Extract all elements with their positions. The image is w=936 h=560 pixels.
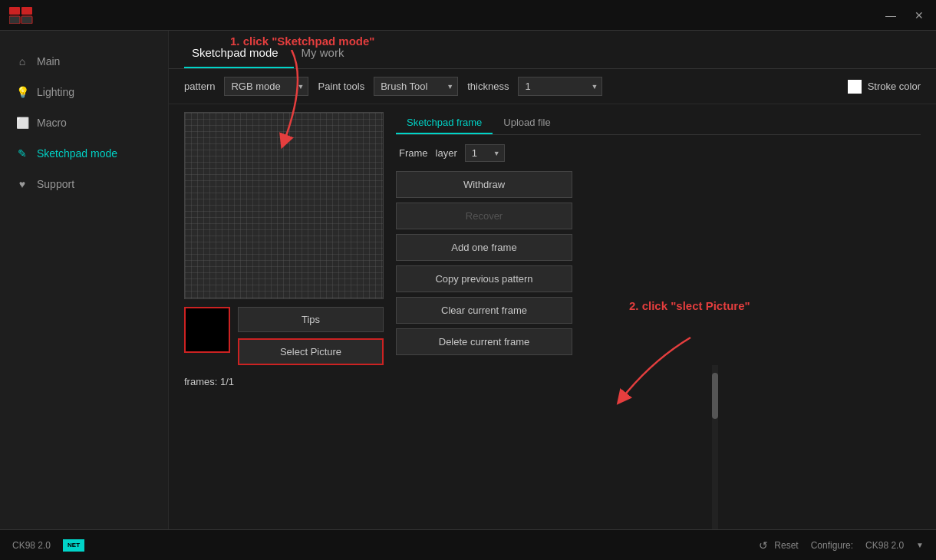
pattern-select-wrapper: RGB mode — [224, 77, 308, 96]
tab-mywork[interactable]: My work — [294, 38, 360, 68]
workspace: Tips Select Picture frames: 1/1 Sketchpa… — [169, 104, 936, 529]
thickness-select[interactable]: 1 — [518, 77, 602, 96]
scrollbar-thumb — [712, 373, 718, 419]
add-one-frame-button[interactable]: Add one frame — [396, 234, 572, 261]
thickness-select-wrapper: 1 — [518, 77, 602, 96]
sidebar-label-main: Main — [37, 55, 60, 68]
support-icon: ♥ — [15, 178, 29, 190]
sidebar-item-lighting[interactable]: 💡 Lighting — [0, 77, 168, 107]
painttools-select[interactable]: Brush Tool — [374, 77, 458, 96]
withdraw-button[interactable]: Withdraw — [396, 171, 572, 198]
right-tab-upload-file[interactable]: Upload file — [493, 112, 561, 134]
bottombar-icon: NET — [63, 539, 84, 552]
content-area: Sketchpad mode My work pattern RGB mode … — [169, 31, 936, 529]
bottombar-dropdown-icon[interactable]: ▼ — [916, 541, 924, 549]
painttools-label: Paint tools — [318, 81, 364, 92]
scrollbar[interactable] — [712, 365, 718, 529]
select-picture-button[interactable]: Select Picture — [238, 338, 384, 365]
main-tabs: Sketchpad mode My work — [169, 38, 936, 69]
sketchpad-icon: ✎ — [15, 147, 29, 160]
sidebar-item-sketchpad[interactable]: ✎ Sketchpad mode — [0, 138, 168, 169]
canvas-bottom-row: Tips Select Picture — [184, 307, 384, 365]
right-tab-sketchpad-frame[interactable]: Sketchpad frame — [396, 112, 493, 134]
macro-icon: ⬜ — [15, 117, 29, 129]
main-layout: ⌂ Main 💡 Lighting ⬜ Macro ✎ Sketchpad mo… — [0, 31, 936, 529]
copy-previous-button[interactable]: Copy previous pattern — [396, 265, 572, 292]
right-panel: Sketchpad frame Upload file Frame layer … — [396, 112, 921, 522]
layer-select-wrapper: 1 — [465, 144, 505, 162]
layer-select[interactable]: 1 — [465, 144, 505, 162]
toolbar: pattern RGB mode Paint tools Brush Tool … — [169, 69, 936, 104]
lighting-icon: 💡 — [15, 86, 29, 98]
sidebar-label-lighting: Lighting — [37, 86, 74, 98]
tips-button[interactable]: Tips — [238, 307, 384, 332]
titlebar-controls: — ✕ — [882, 8, 927, 23]
layer-label: layer — [436, 147, 457, 159]
thickness-label: thickness — [467, 81, 509, 92]
clear-current-button[interactable]: Clear current frame — [396, 297, 572, 324]
recover-button[interactable]: Recover — [396, 203, 572, 229]
canvas-panel: Tips Select Picture frames: 1/1 — [184, 112, 384, 522]
action-buttons: Withdraw Recover Add one frame Copy prev… — [396, 171, 921, 355]
bottombar: CK98 2.0 NET ↺ Reset Configure: CK98 2.0… — [0, 529, 936, 560]
frames-info: frames: 1/1 — [184, 373, 384, 387]
stroke-color-container: Stroke color — [848, 80, 921, 94]
painttools-select-wrapper: Brush Tool — [374, 77, 458, 96]
delete-current-button[interactable]: Delete current frame — [396, 328, 572, 355]
sidebar: ⌂ Main 💡 Lighting ⬜ Macro ✎ Sketchpad mo… — [0, 31, 169, 529]
sidebar-item-main[interactable]: ⌂ Main — [0, 46, 168, 77]
configure-label: Configure: — [811, 540, 853, 551]
stroke-checkbox[interactable] — [848, 80, 862, 94]
canvas-area[interactable] — [184, 112, 384, 299]
pattern-select[interactable]: RGB mode — [224, 77, 308, 96]
sidebar-label-macro: Macro — [37, 117, 67, 129]
frame-label: Frame — [399, 147, 428, 159]
bottombar-center: ↺ Reset — [759, 539, 798, 552]
bottombar-version: CK98 2.0 — [12, 540, 51, 551]
minimize-button[interactable]: — — [882, 8, 899, 23]
config-value: CK98 2.0 — [865, 540, 904, 551]
reset-label[interactable]: Reset — [774, 540, 798, 551]
tab-sketchpad[interactable]: Sketchpad mode — [184, 38, 294, 68]
close-button[interactable]: ✕ — [911, 8, 927, 23]
sidebar-item-support[interactable]: ♥ Support — [0, 169, 168, 199]
home-icon: ⌂ — [15, 55, 29, 68]
reset-icon[interactable]: ↺ — [759, 539, 768, 552]
svg-rect-1 — [21, 7, 32, 15]
app-logo — [9, 7, 34, 24]
sidebar-label-support: Support — [37, 178, 74, 190]
sidebar-label-sketchpad: Sketchpad mode — [37, 147, 117, 160]
sidebar-item-macro[interactable]: ⬜ Macro — [0, 107, 168, 138]
titlebar: — ✕ — [0, 0, 936, 31]
svg-rect-0 — [9, 7, 20, 15]
svg-rect-3 — [21, 16, 32, 24]
stroke-label: Stroke color — [868, 81, 921, 92]
svg-rect-2 — [9, 16, 20, 24]
pattern-label: pattern — [184, 81, 215, 92]
right-tabs: Sketchpad frame Upload file — [396, 112, 921, 135]
canvas-button-group: Tips Select Picture — [238, 307, 384, 365]
frame-controls: Frame layer 1 — [396, 144, 921, 162]
canvas-grid — [185, 113, 383, 298]
canvas-preview — [184, 307, 230, 353]
